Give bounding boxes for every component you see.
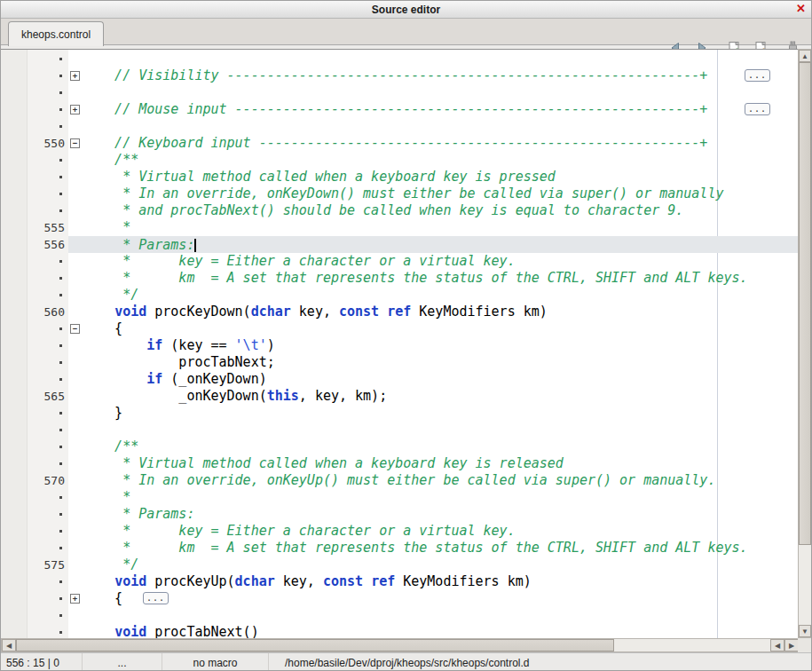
code-line[interactable]: 560 void procKeyDown(dchar key, const re… — [1, 304, 798, 320]
fold-toggle-icon[interactable]: + — [70, 71, 80, 81]
code-line[interactable]: * Params: — [1, 506, 798, 523]
line-number[interactable] — [28, 51, 68, 67]
code-line[interactable]: * key = Either a character or a virtual … — [1, 253, 798, 270]
code-text[interactable]: void procKeyUp(dchar key, const ref KeyM… — [83, 573, 532, 590]
tab-kheops-control[interactable]: kheops.control — [8, 21, 104, 46]
code-text[interactable]: void procKeyDown(dchar key, const ref Ke… — [83, 304, 548, 320]
code-line[interactable]: */ — [1, 287, 798, 304]
scroll-right-button[interactable]: ▶ — [784, 639, 799, 651]
line-number[interactable]: 575 — [28, 557, 68, 573]
line-number[interactable]: 565 — [28, 388, 68, 405]
code-line[interactable]: * key = Either a character or a virtual … — [1, 523, 798, 540]
code-line[interactable]: + // Visibility ------------------------… — [1, 67, 798, 84]
line-number[interactable] — [28, 455, 68, 472]
line-number[interactable] — [28, 506, 68, 523]
code-line[interactable]: * Virtual method called when a keyboard … — [1, 455, 798, 472]
line-number[interactable] — [28, 101, 68, 118]
line-number[interactable] — [28, 489, 68, 506]
fold-toggle-icon[interactable]: − — [70, 138, 80, 148]
vertical-scrollbar[interactable]: ▲ ▼ — [798, 49, 812, 638]
code-line[interactable] — [1, 51, 798, 67]
code-text[interactable]: * — [83, 219, 130, 236]
line-number[interactable] — [28, 337, 68, 354]
line-number[interactable] — [28, 287, 68, 304]
line-number[interactable] — [28, 371, 68, 388]
code-line[interactable]: * In an override, onKeyDown() must eithe… — [1, 186, 798, 202]
line-number[interactable] — [28, 540, 68, 557]
line-number[interactable]: 560 — [28, 304, 68, 320]
code-line[interactable]: * — [1, 489, 798, 506]
code-text[interactable]: * In an override, onKeyUp() must either … — [83, 472, 715, 489]
code-text[interactable]: _onKeyDown(this, key, km); — [83, 388, 387, 405]
line-number[interactable] — [28, 590, 68, 607]
line-number[interactable]: 556 — [28, 236, 68, 253]
code-line[interactable]: } — [1, 405, 798, 422]
vertical-scroll-thumb[interactable] — [799, 62, 811, 545]
line-number[interactable] — [28, 320, 68, 337]
code-text[interactable]: * and procTabNext() should be called whe… — [83, 202, 683, 219]
line-number[interactable] — [28, 422, 68, 438]
line-number[interactable] — [28, 405, 68, 422]
line-number[interactable] — [28, 202, 68, 219]
code-line[interactable]: procTabNext; — [1, 354, 798, 371]
code-line[interactable]: /** — [1, 438, 798, 455]
code-line[interactable]: if (key == '\t') — [1, 337, 798, 354]
code-text[interactable]: */ — [83, 557, 138, 573]
line-number[interactable] — [28, 624, 68, 638]
code-line[interactable]: − { — [1, 320, 798, 337]
code-text[interactable]: * In an override, onKeyDown() must eithe… — [83, 186, 723, 202]
code-line[interactable]: 550− // Keyboard input -----------------… — [1, 135, 798, 152]
scroll-up-button[interactable]: ▲ — [799, 50, 811, 62]
code-line[interactable]: 575 */ — [1, 557, 798, 573]
code-line[interactable]: * km = A set that represents the status … — [1, 540, 798, 557]
scroll-down-button[interactable]: ▼ — [799, 625, 811, 637]
code-text[interactable]: // Mouse input -------------------------… — [83, 101, 707, 118]
close-icon[interactable]: ✕ — [796, 2, 806, 15]
code-line[interactable] — [1, 607, 798, 624]
line-number[interactable] — [28, 118, 68, 135]
code-text[interactable]: // Visibility --------------------------… — [83, 67, 707, 84]
code-line[interactable]: 565 _onKeyDown(this, key, km); — [1, 388, 798, 405]
horizontal-scrollbar[interactable]: ◀ ◀ ▶ — [1, 638, 798, 652]
line-number[interactable] — [28, 573, 68, 590]
line-number[interactable] — [28, 523, 68, 540]
code-line[interactable]: * and procTabNext() should be called whe… — [1, 202, 798, 219]
code-text[interactable]: * Params: — [83, 506, 194, 523]
line-number[interactable] — [28, 152, 68, 169]
code-line[interactable]: * Virtual method called when a keyboard … — [1, 169, 798, 186]
fold-toggle-icon[interactable]: − — [70, 324, 80, 334]
line-number[interactable]: 570 — [28, 472, 68, 489]
scroll-left-button[interactable]: ◀ — [2, 639, 16, 651]
code-text[interactable]: /** — [83, 152, 138, 169]
fold-hint[interactable]: ... — [143, 592, 169, 604]
line-number[interactable] — [28, 84, 68, 101]
line-number[interactable] — [28, 607, 68, 624]
line-number[interactable] — [28, 438, 68, 455]
code-text[interactable]: * key = Either a character or a virtual … — [83, 523, 516, 540]
code-line[interactable]: /** — [1, 152, 798, 169]
code-text[interactable]: { — [83, 590, 122, 607]
code-text[interactable]: void procTabNext() — [83, 624, 259, 638]
code-line[interactable]: + {... — [1, 590, 798, 607]
line-number[interactable] — [28, 186, 68, 202]
code-line[interactable]: void procTabNext() — [1, 624, 798, 638]
code-line[interactable]: 555 * — [1, 219, 798, 236]
line-number[interactable] — [28, 67, 68, 84]
horizontal-scroll-thumb[interactable] — [16, 639, 614, 651]
code-line[interactable]: if (_onKeyDown) — [1, 371, 798, 388]
title-bar[interactable]: Source editor ✕ — [1, 1, 811, 19]
line-number[interactable]: 550 — [28, 135, 68, 152]
code-text[interactable]: /** — [83, 438, 138, 455]
line-number[interactable] — [28, 169, 68, 186]
code-text[interactable]: * Params: — [83, 236, 196, 253]
code-text[interactable]: * key = Either a character or a virtual … — [83, 253, 516, 270]
code-line[interactable] — [1, 422, 798, 438]
fold-hint[interactable]: ... — [745, 103, 770, 115]
code-line[interactable]: 570 * In an override, onKeyUp() must eit… — [1, 472, 798, 489]
code-text[interactable]: if (_onKeyDown) — [83, 371, 267, 388]
code-text[interactable]: if (key == '\t') — [83, 337, 275, 354]
code-text[interactable]: * Virtual method called when a keyboard … — [83, 455, 564, 472]
scroll-left-button-2[interactable]: ◀ — [770, 639, 784, 651]
code-line[interactable] — [1, 118, 798, 135]
code-text[interactable]: * km = A set that represents the status … — [83, 270, 748, 287]
